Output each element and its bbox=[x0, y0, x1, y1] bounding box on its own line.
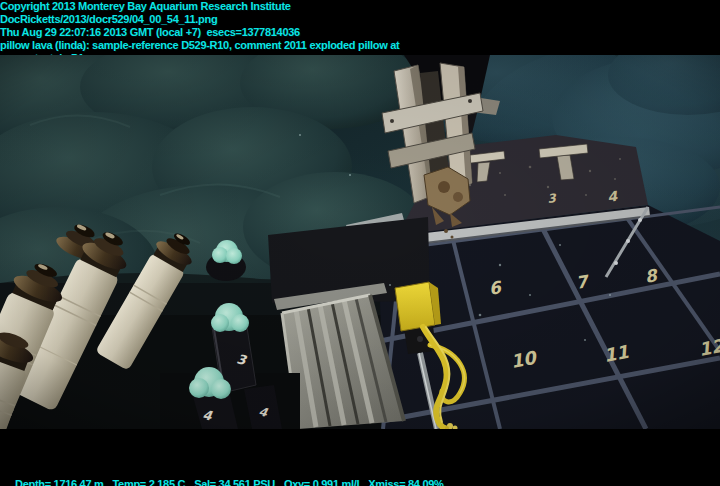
salinity-value: Sal= 34.561 PSU bbox=[194, 478, 275, 486]
copyright-line: Copyright 2013 Monterey Bay Aquarium Res… bbox=[0, 0, 720, 13]
vignette bbox=[0, 55, 720, 429]
annotation-line-1: pillow lava (linda): sample-reference D5… bbox=[0, 39, 720, 52]
overlay-bottom-telemetry: Depth= 1716.47 mTemp= 2.185 CSal= 34.561… bbox=[4, 465, 453, 486]
rov-video-frame: 3 4 6 7 8 10 11 12 bbox=[0, 0, 720, 486]
oxygen-value: Oxy= 0.991 ml/l bbox=[284, 478, 359, 486]
depth-value: Depth= 1716.47 m bbox=[15, 478, 103, 486]
timestamp-line: Thu Aug 29 22:07:16 2013 GMT (local +7) … bbox=[0, 26, 720, 39]
temperature-value: Temp= 2.185 C bbox=[112, 478, 185, 486]
file-path-line: DocRicketts/2013/docr529/04_00_54_11.png bbox=[0, 13, 720, 26]
transmissivity-value: Xmiss= 84.09% bbox=[368, 478, 443, 486]
underwater-scene: 3 4 6 7 8 10 11 12 bbox=[0, 55, 720, 429]
